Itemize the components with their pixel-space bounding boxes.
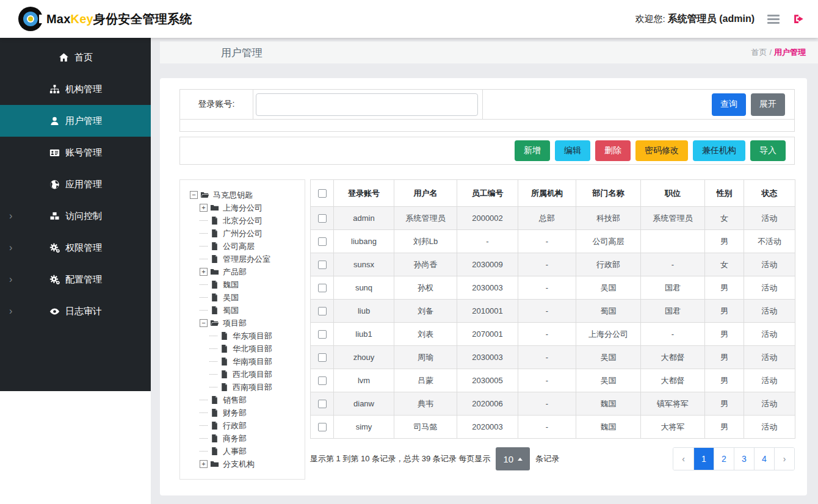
menu-toggle-icon[interactable]	[766, 13, 781, 26]
file-icon	[220, 344, 230, 353]
table-cell: 2070001	[457, 323, 518, 346]
sidebar-item-accounts[interactable]: 账号管理	[0, 137, 151, 168]
table-cell: 2010001	[457, 300, 518, 323]
table-row[interactable]: zhouy周瑜2030003-吴国大都督男活动	[311, 346, 795, 369]
sidebar-item-config[interactable]: › 配置管理	[0, 264, 151, 295]
tree-node[interactable]: 管理层办公室	[184, 253, 302, 265]
prev-page-button[interactable]: ‹	[673, 448, 693, 470]
per-page-dropdown[interactable]: 10	[496, 447, 530, 470]
tree-node[interactable]: 北京分公司	[184, 214, 302, 227]
tree-node[interactable]: 西北项目部	[184, 368, 302, 381]
tree-node[interactable]: + 上海分公司	[184, 201, 302, 214]
page-button-1[interactable]: 1	[693, 448, 714, 470]
query-button[interactable]: 查询	[712, 93, 746, 116]
row-checkbox[interactable]	[318, 376, 327, 385]
tree-node[interactable]: + 产品部	[184, 265, 302, 278]
table-row[interactable]: dianw典韦2020006-魏国镇军将军男活动	[311, 392, 795, 416]
row-checkbox[interactable]	[318, 353, 327, 362]
row-checkbox[interactable]	[318, 307, 327, 315]
row-checkbox[interactable]	[318, 261, 327, 269]
concurrent-button[interactable]: 兼任机构	[693, 140, 745, 161]
row-checkbox[interactable]	[318, 284, 327, 292]
tree-node[interactable]: 财务部	[184, 406, 302, 419]
login-account-input[interactable]	[256, 93, 478, 116]
tree-node[interactable]: 蜀国	[184, 304, 302, 317]
tree-node[interactable]: 西南项目部	[184, 381, 302, 394]
tree-node[interactable]: 销售部	[184, 394, 302, 406]
page-button-2[interactable]: 2	[714, 448, 734, 470]
logout-icon[interactable]	[792, 13, 805, 25]
sidebar-item-perms[interactable]: › 权限管理	[0, 232, 151, 264]
tree-node[interactable]: + 分支机构	[184, 458, 302, 470]
page-button-3[interactable]: 3	[734, 448, 754, 470]
table-row[interactable]: simy司马懿2020003-魏国大将军男活动	[311, 416, 795, 439]
sidebar-item-users[interactable]: 用户管理	[0, 105, 151, 137]
file-icon	[210, 395, 220, 405]
tree-node[interactable]: 公司高层	[184, 240, 302, 253]
tree-node[interactable]: 人事部	[184, 445, 302, 458]
row-checkbox[interactable]	[318, 400, 327, 408]
file-icon	[220, 370, 230, 379]
sidebar-item-audit[interactable]: › 日志审计	[0, 295, 151, 327]
add-button[interactable]: 新增	[515, 140, 550, 161]
breadcrumb-current: 用户管理	[774, 48, 806, 57]
delete-button[interactable]: 删除	[595, 140, 631, 161]
file-icon	[220, 331, 230, 340]
tree-node[interactable]: 华北项目部	[184, 342, 302, 355]
tree-connector	[200, 451, 208, 452]
table-row[interactable]: lvm吕蒙2030005-吴国大都督男活动	[311, 369, 795, 392]
table-row[interactable]: sunsx孙尚香2030009-行政部-女活动	[311, 253, 795, 276]
tree-node[interactable]: 魏国	[184, 278, 302, 291]
expand-button[interactable]: 展开	[751, 93, 785, 116]
next-page-button[interactable]: ›	[774, 448, 794, 470]
tree-node[interactable]: 华东项目部	[184, 329, 302, 342]
sidebar-item-apps[interactable]: 应用管理	[0, 168, 151, 200]
table-cell: 刘表	[394, 323, 457, 346]
select-all-checkbox[interactable]	[318, 189, 327, 198]
tree-node[interactable]: 商务部	[184, 432, 302, 445]
tree-node[interactable]: 行政部	[184, 419, 302, 432]
sidebar-nav: 首页 机构管理 用户管理 账号管理 应用管理 › 访问控制 › 权限管理 › 配…	[0, 38, 151, 391]
tree-toggle[interactable]: +	[200, 204, 208, 212]
table-cell: -	[518, 300, 576, 323]
tree-node[interactable]: 吴国	[184, 291, 302, 304]
tree-connector	[200, 400, 208, 400]
tree-toggle[interactable]: +	[200, 268, 208, 276]
tree-toggle[interactable]: −	[200, 319, 208, 327]
import-button[interactable]: 导入	[750, 140, 786, 161]
user-table: 登录账号用户名员工编号所属机构部门名称职位性别状态 admin系统管理员2000…	[310, 179, 795, 439]
row-checkbox[interactable]	[318, 214, 327, 223]
table-cell: 不活动	[744, 230, 795, 253]
password-button[interactable]: 密码修改	[635, 140, 688, 161]
table-cell: 活动	[744, 346, 795, 369]
table-row[interactable]: liub刘备2010001-蜀国国君男活动	[311, 300, 795, 323]
table-row[interactable]: liub1刘表2070001-上海分公司-男活动	[311, 323, 795, 346]
tree-toggle[interactable]: +	[200, 460, 208, 468]
page-button-4[interactable]: 4	[754, 448, 774, 470]
table-cell: 孙权	[394, 276, 457, 300]
welcome-text: 欢迎您: 系统管理员 (admin)	[635, 13, 755, 26]
table-cell: 女	[705, 253, 744, 276]
table-row[interactable]: liubang刘邦Lb--公司高层男不活动	[311, 230, 795, 253]
file-icon	[210, 434, 220, 443]
table-row[interactable]: sunq孙权2030003-吴国国君男活动	[311, 276, 795, 300]
tree-node[interactable]: − 项目部	[184, 317, 302, 329]
tree-node[interactable]: 广州分公司	[184, 227, 302, 240]
tree-toggle[interactable]: −	[190, 191, 198, 199]
brand-logo[interactable]: MaxKey身份安全管理系统	[18, 7, 192, 31]
row-checkbox[interactable]	[318, 237, 327, 246]
sidebar-item-access[interactable]: › 访问控制	[0, 200, 151, 232]
chevron-right-icon: ›	[9, 275, 12, 284]
breadcrumb: 首页/用户管理	[751, 47, 806, 58]
table-cell: -	[518, 276, 576, 300]
tree-node[interactable]: 华南项目部	[184, 355, 302, 368]
table-row[interactable]: admin系统管理员2000002总部科技部系统管理员女活动	[311, 207, 795, 230]
tree-node[interactable]: − 马克思钥匙	[184, 189, 302, 201]
row-checkbox[interactable]	[318, 423, 327, 431]
sidebar-item-org[interactable]: 机构管理	[0, 73, 151, 105]
breadcrumb-home-link[interactable]: 首页	[751, 48, 767, 57]
table-cell: 大都督	[641, 346, 705, 369]
row-checkbox[interactable]	[318, 330, 327, 339]
edit-button[interactable]: 编辑	[555, 140, 590, 161]
sidebar-item-home[interactable]: 首页	[0, 41, 151, 73]
